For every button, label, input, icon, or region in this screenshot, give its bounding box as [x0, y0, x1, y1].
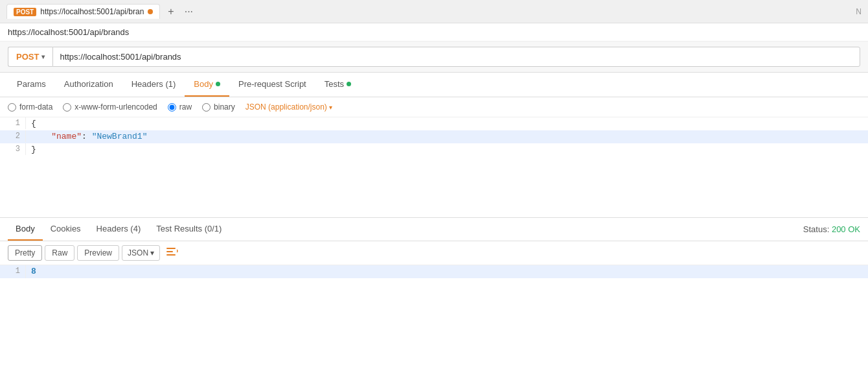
- resp-line-content-1: 8: [26, 265, 868, 278]
- beautify-button[interactable]: [163, 245, 182, 261]
- binary-label: binary: [214, 102, 235, 112]
- response-line-1: 1 8: [0, 265, 868, 278]
- tab-unsaved-dot: [148, 9, 153, 14]
- svg-rect-0: [166, 248, 176, 249]
- line-content-2: "name": "NewBrand1": [26, 130, 868, 143]
- urlencoded-radio[interactable]: [63, 103, 71, 112]
- line-content-3: }: [26, 143, 868, 156]
- raw-label: raw: [179, 102, 192, 112]
- urlencoded-label: x-www-form-urlencoded: [74, 102, 157, 112]
- tab-pre-request-script[interactable]: Pre-request Script: [229, 73, 315, 97]
- tab-authorization[interactable]: Authorization: [55, 73, 122, 97]
- raw-option[interactable]: raw: [168, 102, 192, 112]
- add-tab-button[interactable]: +: [165, 5, 176, 19]
- json-format-dropdown[interactable]: JSON (application/json) ▾: [246, 102, 332, 112]
- response-body[interactable]: 1 8: [0, 265, 868, 330]
- raw-radio[interactable]: [168, 103, 176, 112]
- tab-body[interactable]: Body: [185, 73, 229, 97]
- response-tab-cookies[interactable]: Cookies: [43, 218, 89, 241]
- method-label: POST: [16, 52, 39, 62]
- address-url: https://localhost:5001/api/brands: [8, 27, 129, 37]
- response-cookies-label: Cookies: [51, 224, 81, 233]
- response-section: Body Cookies Headers (4) Test Results (0…: [0, 218, 868, 330]
- tab-prerequest-label: Pre-request Script: [238, 79, 306, 89]
- urlencoded-option[interactable]: x-www-form-urlencoded: [63, 102, 157, 112]
- tab-params-label: Params: [17, 79, 46, 89]
- address-bar: https://localhost:5001/api/brands: [0, 23, 868, 42]
- form-data-label: form-data: [19, 102, 52, 112]
- code-line-2[interactable]: 2 "name": "NewBrand1": [0, 130, 868, 143]
- method-button[interactable]: POST ▾: [8, 47, 52, 67]
- beautify-icon: [166, 246, 178, 257]
- format-label: JSON: [128, 248, 148, 257]
- tab-headers[interactable]: Headers (1): [122, 73, 185, 97]
- binary-option[interactable]: binary: [202, 102, 235, 112]
- line-number-3: 3: [0, 143, 26, 155]
- line-content-1: {: [26, 117, 868, 130]
- preview-button[interactable]: Preview: [77, 245, 119, 261]
- tab-tests-label: Tests: [325, 79, 344, 89]
- svg-rect-1: [166, 251, 173, 252]
- tab-url: https://localhost:5001/api/bran: [40, 7, 144, 16]
- format-dropdown-button[interactable]: JSON ▾: [122, 245, 160, 261]
- body-options: form-data x-www-form-urlencoded raw bina…: [0, 97, 868, 117]
- url-input[interactable]: [52, 47, 860, 67]
- response-tab-test-results[interactable]: Test Results (0/1): [148, 218, 229, 241]
- binary-radio[interactable]: [202, 103, 211, 112]
- form-data-option[interactable]: form-data: [8, 102, 52, 112]
- request-tabs: Params Authorization Headers (1) Body Pr…: [0, 73, 868, 97]
- tab-tests[interactable]: Tests: [315, 73, 360, 97]
- response-test-results-label: Test Results (0/1): [156, 224, 222, 233]
- svg-marker-3: [177, 249, 178, 253]
- browser-chrome: POST https://localhost:5001/api/bran + ·…: [0, 0, 868, 23]
- json-format-label: JSON (application/json): [246, 102, 327, 112]
- body-active-dot: [216, 82, 220, 86]
- response-tab-body[interactable]: Body: [8, 218, 43, 241]
- form-data-radio[interactable]: [8, 103, 16, 112]
- tests-dot: [347, 82, 351, 86]
- more-tabs-button[interactable]: ···: [182, 5, 196, 19]
- tab-authorization-label: Authorization: [64, 79, 113, 89]
- tab-method-badge: POST: [14, 8, 36, 16]
- resp-line-number-1: 1: [0, 265, 26, 278]
- svg-rect-2: [166, 254, 176, 256]
- response-tab-headers[interactable]: Headers (4): [89, 218, 149, 241]
- status-badge: Status: 200 OK: [803, 224, 860, 234]
- request-bar: POST ▾: [0, 42, 868, 73]
- tab-headers-label: Headers (1): [131, 79, 176, 89]
- response-tabs-bar: Body Cookies Headers (4) Test Results (0…: [0, 218, 868, 241]
- window-controls: N: [856, 7, 862, 16]
- line-number-1: 1: [0, 117, 26, 129]
- line-number-2: 2: [0, 130, 26, 142]
- code-line-3: 3 }: [0, 143, 868, 156]
- response-toolbar: Pretty Raw Preview JSON ▾: [0, 241, 868, 265]
- status-label: Status:: [803, 224, 829, 234]
- json-format-chevron-icon: ▾: [329, 104, 332, 111]
- pretty-button[interactable]: Pretty: [8, 245, 42, 261]
- status-value: 200 OK: [832, 224, 860, 234]
- response-headers-label: Headers (4): [97, 224, 141, 233]
- code-editor[interactable]: 1 { 2 "name": "NewBrand1" 3 }: [0, 117, 868, 218]
- tab-body-label: Body: [194, 79, 213, 89]
- active-tab[interactable]: POST https://localhost:5001/api/bran: [6, 4, 160, 19]
- response-body-label: Body: [16, 224, 35, 233]
- method-chevron-icon: ▾: [41, 53, 45, 60]
- code-line-1: 1 {: [0, 117, 868, 130]
- tab-params[interactable]: Params: [8, 73, 55, 97]
- raw-button[interactable]: Raw: [45, 245, 74, 261]
- format-chevron-icon: ▾: [150, 248, 154, 257]
